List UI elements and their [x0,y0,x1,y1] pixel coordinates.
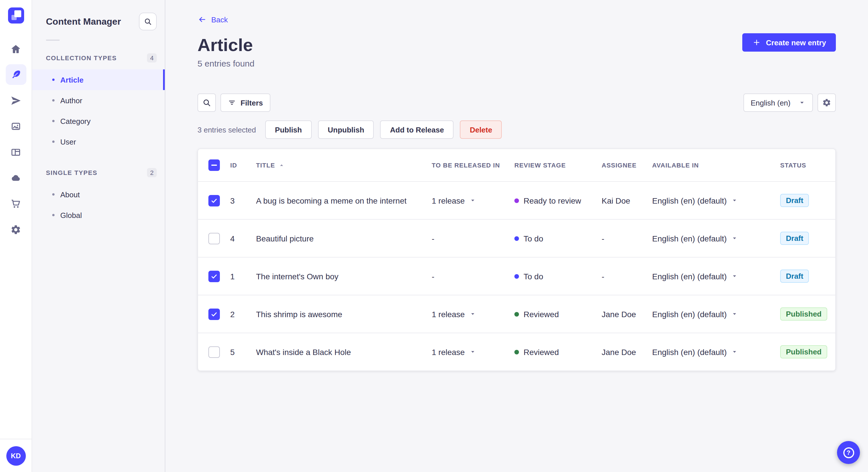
strapi-logo[interactable] [8,7,24,24]
sidebar-title: Content Manager [46,16,121,27]
sidebar-item-label: Article [60,75,84,84]
locale-dropdown[interactable]: English (en) (default) [652,196,780,205]
bullet-icon [52,120,55,122]
user-avatar[interactable]: KD [6,446,26,465]
nav-cloud-icon[interactable] [5,167,26,188]
single-types-header: SINGLE TYPES 2 [32,161,165,184]
chevron-down-icon [732,197,738,204]
status-badge: Published [780,307,827,321]
release-dropdown[interactable]: 1 release [432,347,515,357]
sidebar-item-category[interactable]: Category [32,111,165,131]
locale-dropdown[interactable]: English (en) (default) [652,234,780,243]
back-link[interactable]: Back [197,15,228,24]
stage-dot-icon [515,349,519,354]
cell-title: This shrimp is awesome [256,309,432,318]
cell-title: The internet's Own boy [256,272,432,281]
cell-status: Draft [780,232,825,245]
nav-home-icon[interactable] [5,38,26,59]
sidebar-item-label: About [60,190,80,199]
table-row-entry-2[interactable]: 2This shrimp is awesome1 releaseReviewed… [198,295,835,333]
row-checkbox[interactable] [208,346,220,358]
sidebar-item-label: User [60,137,76,146]
delete-button[interactable]: Delete [460,121,502,139]
cell-assignee: Kai Doe [601,196,652,205]
help-button[interactable]: ? [837,441,860,464]
cell-status: Published [780,307,825,321]
sidebar-item-user[interactable]: User [32,131,165,152]
filters-button[interactable]: Filters [220,94,270,112]
bullet-icon [52,193,55,196]
sidebar-item-label: Author [60,96,82,105]
nav-send-icon[interactable] [5,90,26,111]
nav-feather-icon[interactable] [5,64,26,85]
chevron-down-icon [732,349,738,355]
table-row-entry-5[interactable]: 5What's inside a Black Hole1 releaseRevi… [198,333,835,370]
sidebar-item-about[interactable]: About [32,184,165,205]
cell-title: Beautiful picture [256,234,432,243]
bulk-actions-row: 3 entries selected PublishUnpublishAdd t… [197,121,836,139]
publish-button[interactable]: Publish [265,121,312,139]
nav-layout-icon[interactable] [5,142,26,162]
chevron-down-icon [469,349,476,355]
nav-gear-icon[interactable] [5,219,26,240]
row-checkbox[interactable] [208,270,220,282]
release-dropdown: - [432,234,515,243]
cell-assignee: Jane Doe [601,309,652,318]
arrow-left-icon [197,15,207,24]
chevron-down-icon [732,273,738,279]
plus-icon [752,38,761,47]
toolbar: Filters English (en) [197,94,836,112]
status-badge: Draft [780,194,809,207]
cell-id: 1 [230,272,256,281]
locale-dropdown[interactable]: English (en) (default) [652,347,780,357]
chevron-down-icon [469,197,476,204]
create-new-entry-label: Create new entry [766,38,826,47]
add-to-release-button[interactable]: Add to Release [380,121,454,139]
release-dropdown[interactable]: 1 release [432,196,515,205]
unpublish-button[interactable]: Unpublish [318,121,374,139]
sidebar-search-button[interactable] [139,12,157,30]
bullet-icon [52,214,55,216]
entries-table: ID TITLE TO BE RELEASED IN REVIEW STAGE … [197,148,836,371]
sidebar-item-global[interactable]: Global [32,205,165,225]
question-mark-icon: ? [843,447,854,458]
nav-rail-footer: KD [0,439,32,472]
nav-media-icon[interactable] [5,116,26,136]
row-checkbox[interactable] [208,233,220,244]
column-to-be-released-in: TO BE RELEASED IN [432,162,515,169]
cell-assignee: - [601,272,652,281]
sidebar-item-article[interactable]: Article [32,69,165,90]
locale-select[interactable]: English (en) [743,94,813,112]
nav-cart-icon[interactable] [5,193,26,214]
row-checkbox[interactable] [208,195,220,206]
single-types-label: SINGLE TYPES [46,169,97,176]
divider [46,40,60,41]
chevron-down-icon [799,99,805,106]
status-badge: Published [780,345,827,359]
single-types-count: 2 [147,168,157,177]
cell-id: 4 [230,234,256,243]
bullet-icon [52,140,55,143]
sidebar-item-label: Category [60,117,91,125]
filter-icon [228,99,236,107]
page-title: Article [197,34,836,56]
column-title-sort[interactable]: TITLE [256,162,432,169]
locale-dropdown[interactable]: English (en) (default) [652,272,780,281]
select-all-checkbox[interactable] [208,160,220,171]
sidebar-item-author[interactable]: Author [32,90,165,111]
chevron-down-icon [732,235,738,241]
bullet-icon [52,78,55,81]
table-row-entry-3[interactable]: 3A bug is becoming a meme on the interne… [198,182,835,219]
create-new-entry-button[interactable]: Create new entry [742,33,836,52]
collection-types-header: COLLECTION TYPES 4 [32,46,165,69]
release-dropdown[interactable]: 1 release [432,309,515,318]
cell-review-stage: To do [515,234,601,243]
table-row-entry-4[interactable]: 4Beautiful picture-To do-English (en) (d… [198,219,835,257]
column-assignee: ASSIGNEE [601,162,652,169]
view-settings-button[interactable] [817,94,836,112]
locale-dropdown[interactable]: English (en) (default) [652,309,780,318]
bullet-icon [52,99,55,102]
row-checkbox[interactable] [208,308,220,320]
table-row-entry-1[interactable]: 1The internet's Own boy-To do-English (e… [198,257,835,295]
search-entries-button[interactable] [197,94,216,112]
